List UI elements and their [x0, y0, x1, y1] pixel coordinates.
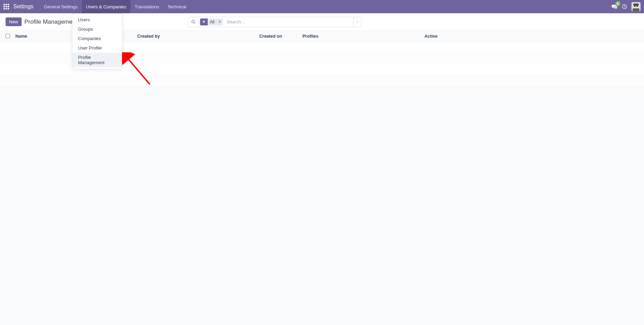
new-button[interactable]: New — [6, 17, 22, 26]
filter-chip-label: All — [208, 18, 216, 25]
breadcrumb: Profile Management — [24, 18, 77, 25]
column-created-on[interactable]: Created on — [259, 34, 302, 39]
searchbox: All ✕ — [188, 17, 361, 27]
column-active[interactable]: Active — [424, 34, 638, 39]
notification-count: 6 — [615, 1, 620, 6]
app-title[interactable]: Settings — [13, 3, 33, 10]
topbar: Settings General Settings Users & Compan… — [0, 0, 644, 13]
apps-icon[interactable] — [3, 4, 9, 9]
column-created-by[interactable]: Created by — [137, 34, 259, 39]
filter-chip-close[interactable]: ✕ — [216, 18, 223, 25]
funnel-icon — [200, 18, 208, 25]
topbar-menu: General Settings Users & Companies Trans… — [40, 0, 191, 13]
search-dropdown-toggle[interactable] — [353, 17, 361, 27]
menu-general-settings[interactable]: General Settings — [40, 0, 82, 13]
table-row[interactable] — [0, 75, 644, 86]
svg-rect-6 — [632, 8, 639, 11]
menu-translations[interactable]: Translations — [130, 0, 163, 13]
menu-technical[interactable]: Technical — [163, 0, 191, 13]
search-input[interactable] — [224, 19, 361, 24]
avatar[interactable] — [631, 2, 641, 11]
messaging-button[interactable]: 6 — [611, 3, 618, 10]
activity-icon[interactable] — [622, 4, 627, 9]
dd-item-users[interactable]: Users — [72, 15, 122, 24]
dd-item-groups[interactable]: Groups — [72, 24, 122, 34]
filter-chip-all: All ✕ — [200, 18, 223, 25]
svg-rect-4 — [634, 6, 636, 7]
svg-rect-5 — [636, 6, 638, 7]
svg-point-8 — [192, 20, 194, 23]
svg-rect-3 — [633, 3, 639, 6]
menu-users-companies[interactable]: Users & Companies — [82, 0, 131, 13]
topbar-right: 6 — [611, 2, 641, 11]
dd-item-user-profile[interactable]: User Profile — [72, 43, 122, 53]
dd-item-companies[interactable]: Companies — [72, 34, 122, 43]
search-icon[interactable] — [188, 17, 199, 27]
column-profiles[interactable]: Profiles — [302, 34, 424, 39]
users-companies-dropdown: Users Groups Companies User Profile Prof… — [72, 13, 122, 69]
select-all-checkbox[interactable] — [6, 34, 10, 38]
dd-item-profile-management[interactable]: Profile Management — [72, 53, 122, 67]
caret-down-icon — [356, 21, 359, 23]
